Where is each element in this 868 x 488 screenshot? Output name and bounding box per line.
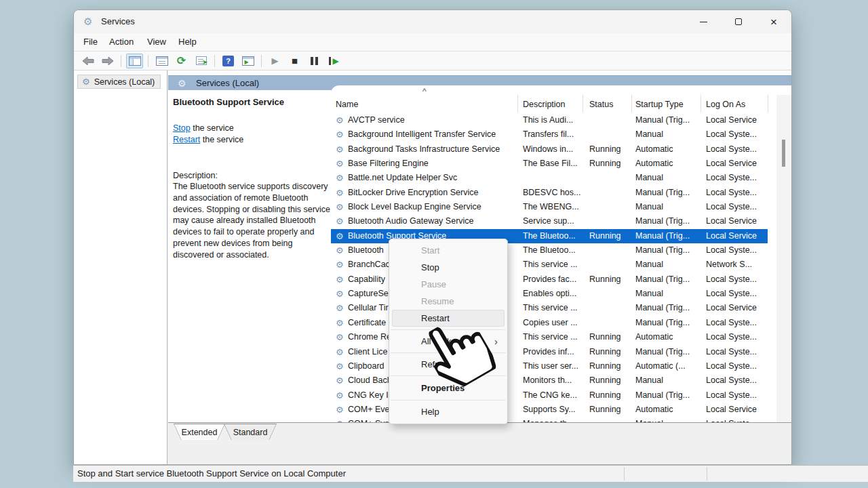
context-menu-item-stop[interactable]: Stop (389, 259, 507, 276)
service-gear-icon: ⚙ (336, 186, 347, 200)
service-startup-type: Manual (635, 171, 699, 185)
service-status (589, 127, 630, 142)
context-menu-item-pause: Pause (389, 276, 507, 293)
service-log-on-as: Local Syste... (706, 417, 767, 422)
service-startup-type: Automatic (635, 142, 699, 157)
service-log-on-as: Local Syste... (706, 359, 767, 373)
service-log-on-as: Local Syste... (706, 171, 767, 185)
toolbar-forward-button[interactable] (99, 54, 116, 68)
service-description: Transfers fil... (523, 127, 587, 142)
toolbar-restart-service-button[interactable]: ▶ (326, 54, 342, 68)
toolbar-show-console-tree-button[interactable] (126, 54, 143, 68)
description-label: Description: (173, 171, 326, 180)
titlebar[interactable]: ⚙ Services × (74, 10, 791, 33)
tab-extended[interactable]: Extended (174, 424, 225, 440)
service-log-on-as: Network S... (706, 258, 767, 272)
service-gear-icon: ⚙ (336, 200, 347, 214)
service-row[interactable]: ⚙Block Level Backup Engine ServiceThe WB… (331, 200, 768, 214)
service-status (589, 200, 630, 214)
service-status: Running (589, 157, 630, 171)
sort-ascending-icon[interactable]: ^ (422, 87, 427, 96)
service-description: This user ser... (523, 359, 587, 373)
service-description: This service ... (523, 330, 587, 344)
service-description: Service sup... (523, 214, 587, 228)
service-description: The Bluetoo... (523, 243, 587, 258)
refresh-icon: ⟳ (177, 56, 186, 66)
service-log-on-as: Local Syste... (706, 127, 767, 142)
service-gear-icon: ⚙ (336, 214, 347, 228)
console-tree-panel: ⚙ Services (Local) (74, 70, 167, 464)
column-header-startup-type[interactable]: Startup Type (635, 100, 684, 109)
maximize-button[interactable] (721, 10, 756, 33)
column-separator[interactable] (517, 95, 518, 113)
service-gear-icon: ⚙ (336, 258, 347, 272)
stop-service-link[interactable]: Stop (173, 123, 191, 133)
column-header-description[interactable]: Description (523, 100, 566, 109)
service-gear-icon: ⚙ (336, 359, 347, 373)
service-row[interactable]: ⚙Background Intelligent Transfer Service… (331, 127, 768, 142)
service-status: Running (589, 403, 630, 417)
menubar: File Action View Help (74, 33, 791, 52)
minimize-button[interactable] (686, 10, 721, 33)
service-startup-type: Manual (635, 258, 699, 272)
service-status: Running (589, 373, 630, 388)
service-row[interactable]: ⚙Base Filtering EngineThe Base Fil...Run… (331, 157, 768, 171)
column-separator[interactable] (701, 95, 701, 113)
context-menu-item-help[interactable]: Help (389, 403, 507, 420)
restart-service-link[interactable]: Restart (173, 135, 200, 144)
column-header-log-on-as[interactable]: Log On As (706, 100, 745, 109)
stop-link-suffix: the service (191, 123, 234, 133)
service-row[interactable]: ⚙Bluetooth Audio Gateway ServiceService … (331, 214, 768, 228)
toolbar-help-button[interactable]: ? (220, 54, 237, 68)
toolbar-start-service-button[interactable]: ▶ (267, 54, 283, 68)
menu-file[interactable]: File (83, 37, 98, 47)
column-header-status[interactable]: Status (589, 100, 613, 109)
tree-item-services-local[interactable]: ⚙ Services (Local) (77, 75, 161, 89)
column-separator[interactable] (583, 95, 583, 113)
tab-standard[interactable]: Standard (224, 424, 277, 440)
toolbar-show-action-pane-button[interactable]: ▶ (239, 54, 256, 68)
toolbar-refresh-button[interactable]: ⟳ (173, 54, 190, 68)
service-startup-type: Automatic (635, 403, 699, 417)
scrollbar-thumb[interactable] (782, 140, 785, 167)
menu-view[interactable]: View (147, 37, 166, 47)
pause-service-icon (311, 57, 318, 65)
service-status: Running (589, 229, 630, 243)
menu-help[interactable]: Help (178, 37, 197, 47)
service-gear-icon: ⚙ (336, 373, 347, 388)
close-button[interactable]: × (756, 10, 791, 33)
service-status (589, 316, 630, 330)
service-status (589, 417, 630, 422)
help-icon: ? (222, 56, 234, 66)
service-gear-icon: ⚙ (336, 113, 347, 127)
service-startup-type: Manual (635, 287, 699, 301)
service-row[interactable]: ⚙Background Tasks Infrastructure Service… (331, 142, 768, 157)
column-separator[interactable] (768, 95, 768, 113)
service-startup-type: Manual (Trig... (635, 272, 699, 287)
service-log-on-as: Local Syste... (706, 316, 767, 330)
service-row[interactable]: ⚙Battle.net Update Helper SvcManualLocal… (331, 171, 768, 185)
service-log-on-as: Local Service (706, 229, 767, 243)
service-row[interactable]: ⚙AVCTP serviceThis is Audi...Manual (Tri… (331, 113, 768, 127)
toolbar-back-button[interactable] (79, 54, 96, 68)
toolbar-export-list-button[interactable]: ➤ (193, 54, 210, 68)
export-list-icon: ➤ (196, 56, 207, 65)
toolbar-properties-button[interactable] (153, 54, 170, 68)
vertical-scrollbar[interactable] (776, 95, 791, 422)
content-top-strip (168, 70, 791, 75)
properties-icon (156, 56, 168, 66)
minimize-icon (700, 22, 707, 22)
service-description: Monitors th... (523, 373, 587, 388)
column-header-name[interactable]: Name (336, 100, 358, 109)
service-log-on-as: Local Service (706, 113, 767, 127)
service-status: Running (589, 345, 630, 359)
toolbar-pause-service-button[interactable] (306, 54, 323, 68)
service-startup-type: Manual (Trig... (635, 388, 699, 403)
service-startup-type: Automatic (635, 157, 699, 171)
service-row[interactable]: ⚙BitLocker Drive Encryption ServiceBDESV… (331, 186, 768, 200)
service-gear-icon: ⚙ (336, 301, 347, 315)
menu-action[interactable]: Action (109, 37, 134, 47)
service-log-on-as: Local Syste... (706, 272, 767, 287)
toolbar-stop-service-button[interactable]: ■ (286, 54, 303, 68)
column-separator[interactable] (631, 95, 632, 113)
